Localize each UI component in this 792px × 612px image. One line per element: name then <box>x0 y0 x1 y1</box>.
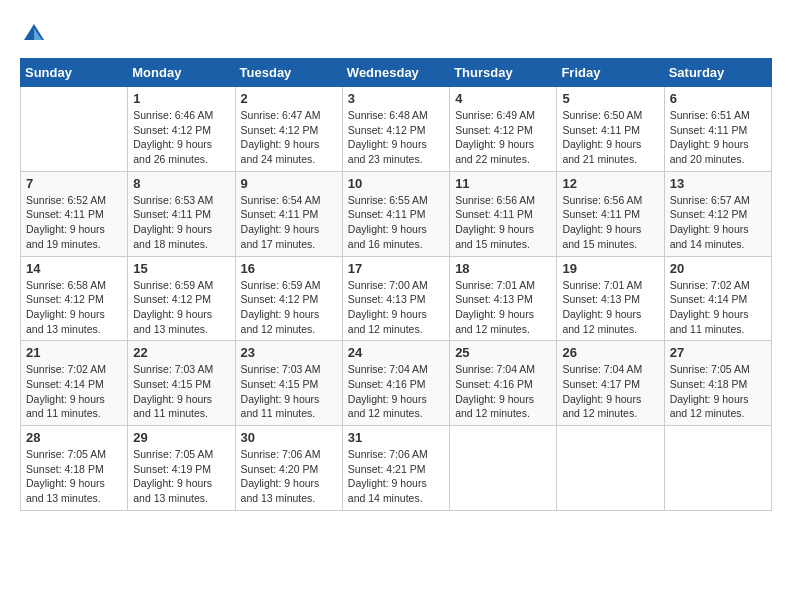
calendar-week-2: 7Sunrise: 6:52 AMSunset: 4:11 PMDaylight… <box>21 171 772 256</box>
calendar-week-1: 1Sunrise: 6:46 AMSunset: 4:12 PMDaylight… <box>21 87 772 172</box>
day-info: Sunrise: 7:04 AMSunset: 4:16 PMDaylight:… <box>455 362 551 421</box>
day-info: Sunrise: 6:57 AMSunset: 4:12 PMDaylight:… <box>670 193 766 252</box>
day-number: 22 <box>133 345 229 360</box>
day-number: 8 <box>133 176 229 191</box>
calendar-cell: 11Sunrise: 6:56 AMSunset: 4:11 PMDayligh… <box>450 171 557 256</box>
day-info: Sunrise: 6:59 AMSunset: 4:12 PMDaylight:… <box>241 278 337 337</box>
logo-icon <box>20 20 48 48</box>
calendar-cell: 14Sunrise: 6:58 AMSunset: 4:12 PMDayligh… <box>21 256 128 341</box>
day-info: Sunrise: 7:06 AMSunset: 4:21 PMDaylight:… <box>348 447 444 506</box>
day-info: Sunrise: 7:04 AMSunset: 4:17 PMDaylight:… <box>562 362 658 421</box>
day-info: Sunrise: 7:03 AMSunset: 4:15 PMDaylight:… <box>241 362 337 421</box>
day-number: 3 <box>348 91 444 106</box>
day-number: 25 <box>455 345 551 360</box>
logo <box>20 20 52 48</box>
day-number: 9 <box>241 176 337 191</box>
day-number: 4 <box>455 91 551 106</box>
calendar-week-4: 21Sunrise: 7:02 AMSunset: 4:14 PMDayligh… <box>21 341 772 426</box>
day-number: 24 <box>348 345 444 360</box>
day-info: Sunrise: 7:01 AMSunset: 4:13 PMDaylight:… <box>562 278 658 337</box>
page-header <box>20 20 772 48</box>
day-info: Sunrise: 6:54 AMSunset: 4:11 PMDaylight:… <box>241 193 337 252</box>
day-number: 26 <box>562 345 658 360</box>
header-thursday: Thursday <box>450 59 557 87</box>
calendar-week-3: 14Sunrise: 6:58 AMSunset: 4:12 PMDayligh… <box>21 256 772 341</box>
day-info: Sunrise: 7:02 AMSunset: 4:14 PMDaylight:… <box>26 362 122 421</box>
day-info: Sunrise: 6:58 AMSunset: 4:12 PMDaylight:… <box>26 278 122 337</box>
day-info: Sunrise: 7:05 AMSunset: 4:18 PMDaylight:… <box>670 362 766 421</box>
day-number: 20 <box>670 261 766 276</box>
calendar-cell: 21Sunrise: 7:02 AMSunset: 4:14 PMDayligh… <box>21 341 128 426</box>
calendar-cell: 29Sunrise: 7:05 AMSunset: 4:19 PMDayligh… <box>128 426 235 511</box>
calendar-header-row: SundayMondayTuesdayWednesdayThursdayFrid… <box>21 59 772 87</box>
calendar-cell: 24Sunrise: 7:04 AMSunset: 4:16 PMDayligh… <box>342 341 449 426</box>
day-info: Sunrise: 6:52 AMSunset: 4:11 PMDaylight:… <box>26 193 122 252</box>
calendar-cell: 12Sunrise: 6:56 AMSunset: 4:11 PMDayligh… <box>557 171 664 256</box>
day-number: 16 <box>241 261 337 276</box>
day-info: Sunrise: 7:05 AMSunset: 4:19 PMDaylight:… <box>133 447 229 506</box>
day-info: Sunrise: 7:04 AMSunset: 4:16 PMDaylight:… <box>348 362 444 421</box>
day-info: Sunrise: 7:06 AMSunset: 4:20 PMDaylight:… <box>241 447 337 506</box>
day-info: Sunrise: 6:49 AMSunset: 4:12 PMDaylight:… <box>455 108 551 167</box>
calendar-cell: 31Sunrise: 7:06 AMSunset: 4:21 PMDayligh… <box>342 426 449 511</box>
calendar-cell: 6Sunrise: 6:51 AMSunset: 4:11 PMDaylight… <box>664 87 771 172</box>
header-friday: Friday <box>557 59 664 87</box>
day-number: 11 <box>455 176 551 191</box>
calendar-cell: 17Sunrise: 7:00 AMSunset: 4:13 PMDayligh… <box>342 256 449 341</box>
day-info: Sunrise: 6:56 AMSunset: 4:11 PMDaylight:… <box>562 193 658 252</box>
day-info: Sunrise: 6:51 AMSunset: 4:11 PMDaylight:… <box>670 108 766 167</box>
header-tuesday: Tuesday <box>235 59 342 87</box>
calendar-table: SundayMondayTuesdayWednesdayThursdayFrid… <box>20 58 772 511</box>
day-number: 18 <box>455 261 551 276</box>
calendar-cell: 22Sunrise: 7:03 AMSunset: 4:15 PMDayligh… <box>128 341 235 426</box>
day-number: 29 <box>133 430 229 445</box>
day-number: 2 <box>241 91 337 106</box>
calendar-cell: 10Sunrise: 6:55 AMSunset: 4:11 PMDayligh… <box>342 171 449 256</box>
calendar-week-5: 28Sunrise: 7:05 AMSunset: 4:18 PMDayligh… <box>21 426 772 511</box>
day-info: Sunrise: 6:50 AMSunset: 4:11 PMDaylight:… <box>562 108 658 167</box>
calendar-cell: 4Sunrise: 6:49 AMSunset: 4:12 PMDaylight… <box>450 87 557 172</box>
day-number: 21 <box>26 345 122 360</box>
calendar-cell <box>664 426 771 511</box>
calendar-cell: 16Sunrise: 6:59 AMSunset: 4:12 PMDayligh… <box>235 256 342 341</box>
day-number: 6 <box>670 91 766 106</box>
calendar-cell: 28Sunrise: 7:05 AMSunset: 4:18 PMDayligh… <box>21 426 128 511</box>
calendar-cell: 13Sunrise: 6:57 AMSunset: 4:12 PMDayligh… <box>664 171 771 256</box>
calendar-cell <box>557 426 664 511</box>
day-info: Sunrise: 6:55 AMSunset: 4:11 PMDaylight:… <box>348 193 444 252</box>
calendar-cell: 5Sunrise: 6:50 AMSunset: 4:11 PMDaylight… <box>557 87 664 172</box>
day-info: Sunrise: 7:02 AMSunset: 4:14 PMDaylight:… <box>670 278 766 337</box>
calendar-cell: 15Sunrise: 6:59 AMSunset: 4:12 PMDayligh… <box>128 256 235 341</box>
calendar-cell: 8Sunrise: 6:53 AMSunset: 4:11 PMDaylight… <box>128 171 235 256</box>
calendar-cell: 7Sunrise: 6:52 AMSunset: 4:11 PMDaylight… <box>21 171 128 256</box>
day-number: 12 <box>562 176 658 191</box>
day-info: Sunrise: 7:00 AMSunset: 4:13 PMDaylight:… <box>348 278 444 337</box>
day-info: Sunrise: 6:59 AMSunset: 4:12 PMDaylight:… <box>133 278 229 337</box>
header-wednesday: Wednesday <box>342 59 449 87</box>
day-info: Sunrise: 7:05 AMSunset: 4:18 PMDaylight:… <box>26 447 122 506</box>
calendar-cell: 2Sunrise: 6:47 AMSunset: 4:12 PMDaylight… <box>235 87 342 172</box>
day-number: 27 <box>670 345 766 360</box>
calendar-cell <box>21 87 128 172</box>
calendar-cell: 20Sunrise: 7:02 AMSunset: 4:14 PMDayligh… <box>664 256 771 341</box>
day-number: 19 <box>562 261 658 276</box>
day-number: 14 <box>26 261 122 276</box>
calendar-cell: 27Sunrise: 7:05 AMSunset: 4:18 PMDayligh… <box>664 341 771 426</box>
day-number: 23 <box>241 345 337 360</box>
day-info: Sunrise: 6:48 AMSunset: 4:12 PMDaylight:… <box>348 108 444 167</box>
calendar-cell: 19Sunrise: 7:01 AMSunset: 4:13 PMDayligh… <box>557 256 664 341</box>
calendar-cell: 9Sunrise: 6:54 AMSunset: 4:11 PMDaylight… <box>235 171 342 256</box>
day-number: 5 <box>562 91 658 106</box>
calendar-cell: 30Sunrise: 7:06 AMSunset: 4:20 PMDayligh… <box>235 426 342 511</box>
calendar-cell: 1Sunrise: 6:46 AMSunset: 4:12 PMDaylight… <box>128 87 235 172</box>
calendar-cell: 18Sunrise: 7:01 AMSunset: 4:13 PMDayligh… <box>450 256 557 341</box>
day-info: Sunrise: 6:47 AMSunset: 4:12 PMDaylight:… <box>241 108 337 167</box>
calendar-cell: 23Sunrise: 7:03 AMSunset: 4:15 PMDayligh… <box>235 341 342 426</box>
header-saturday: Saturday <box>664 59 771 87</box>
day-number: 7 <box>26 176 122 191</box>
day-info: Sunrise: 6:53 AMSunset: 4:11 PMDaylight:… <box>133 193 229 252</box>
day-number: 28 <box>26 430 122 445</box>
header-sunday: Sunday <box>21 59 128 87</box>
day-number: 30 <box>241 430 337 445</box>
calendar-cell: 25Sunrise: 7:04 AMSunset: 4:16 PMDayligh… <box>450 341 557 426</box>
